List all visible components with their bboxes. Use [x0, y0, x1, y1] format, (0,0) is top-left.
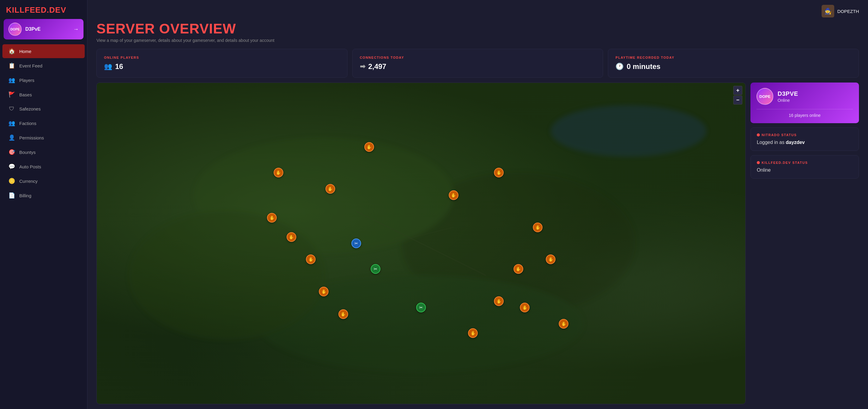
sidebar-item-label-billing: Billing — [19, 193, 31, 198]
server-highlight-status: Online — [778, 98, 798, 103]
player-marker-7[interactable]: ✋ — [338, 309, 348, 319]
svg-point-4 — [129, 211, 324, 339]
sidebar-item-label-bountys: Bountys — [19, 150, 36, 155]
player-marker-2[interactable]: ✋ — [326, 184, 335, 194]
bountys-icon: 🎯 — [8, 149, 15, 156]
main-content: 🧙 DOPEZTH SERVER OVERVIEW View a map of … — [87, 0, 868, 409]
zoom-out-button[interactable]: − — [733, 96, 742, 104]
user-name: DOPEZTH — [837, 9, 859, 14]
logo-area: KILLFEED.DEV — [0, 0, 87, 19]
stat-label-connections: CONNECTIONS TODAY — [360, 56, 596, 59]
player-marker-6[interactable]: ✋ — [319, 287, 329, 296]
nitrado-status-label: NITRADO STATUS — [757, 133, 852, 137]
stat-card-playtime: PLAYTIME RECORDED TODAY 🕐 0 minutes — [608, 49, 859, 78]
sidebar-item-permissions[interactable]: 👤Permissions — [2, 131, 85, 144]
killfeed-status-label: KILLFEED.DEV STATUS — [757, 161, 852, 165]
content-row: ✋✋✋✋✋✋✋✋✂✂✂✋✋✋✋✋✋✋✋✋ + − DOPE D3PVE Onli… — [87, 78, 868, 409]
player-marker-17[interactable]: ✋ — [546, 254, 555, 264]
sidebar-item-label-safezones: Safezones — [19, 106, 41, 111]
sidebar-nav: 🏠Home📋Event Feed👥Players🚩Bases🛡Safezones… — [0, 42, 87, 409]
sidebar-item-label-home: Home — [19, 49, 31, 54]
stat-value-online-players: 👥 16 — [104, 62, 340, 71]
event-feed-icon: 📋 — [8, 62, 15, 69]
map-background: ✋✋✋✋✋✋✋✋✂✂✂✋✋✋✋✋✋✋✋✋ — [97, 83, 745, 404]
stat-label-playtime: PLAYTIME RECORDED TODAY — [615, 56, 851, 59]
sidebar-item-billing[interactable]: 📄Billing — [2, 189, 85, 202]
server-highlight-name: D3PVE — [778, 90, 798, 97]
page-header: SERVER OVERVIEW View a map of your games… — [87, 18, 868, 49]
player-marker-3[interactable]: ✋ — [267, 213, 277, 223]
safezones-icon: 🛡 — [8, 106, 15, 112]
player-marker-19[interactable]: ✋ — [559, 319, 568, 329]
user-avatar: 🧙 — [822, 5, 834, 18]
logo-main: KILLFEED. — [6, 5, 49, 14]
server-card[interactable]: DOPE D3PvE → — [4, 19, 84, 39]
sidebar-item-bases[interactable]: 🚩Bases — [2, 88, 85, 102]
map-container: ✋✋✋✋✋✋✋✋✂✂✂✋✋✋✋✋✋✋✋✋ + − — [96, 82, 746, 404]
sidebar-item-event-feed[interactable]: 📋Event Feed — [2, 59, 85, 73]
billing-icon: 📄 — [8, 192, 15, 199]
sidebar-item-label-permissions: Permissions — [19, 135, 44, 140]
player-marker-10[interactable]: ✂ — [416, 303, 426, 312]
server-name: D3PvE — [25, 27, 70, 32]
killfeed-status-card: KILLFEED.DEV STATUS Online — [750, 155, 859, 179]
player-marker-4[interactable]: ✋ — [287, 232, 296, 242]
player-marker-5[interactable]: ✋ — [306, 254, 315, 264]
nitrado-status-dot — [757, 133, 760, 136]
nitrado-status-card: NITRADO STATUS Logged in as dayzdev — [750, 127, 859, 151]
sidebar-item-safezones[interactable]: 🛡Safezones — [2, 102, 85, 116]
player-marker-11[interactable]: ✋ — [468, 328, 478, 338]
bases-icon: 🚩 — [8, 91, 15, 98]
players-icon: 👥 — [8, 77, 15, 83]
stat-card-connections: CONNECTIONS TODAY ➡ 2,497 — [352, 49, 603, 78]
server-highlight-info: D3PVE Online — [778, 90, 798, 103]
sidebar-item-home[interactable]: 🏠Home — [2, 44, 85, 58]
player-marker-8[interactable]: ✂ — [371, 264, 380, 274]
sidebar-item-factions[interactable]: 👥Factions — [2, 116, 85, 130]
logo: KILLFEED.DEV — [6, 5, 81, 15]
sidebar-item-label-players: Players — [19, 78, 34, 83]
player-marker-14[interactable]: ✋ — [533, 223, 542, 232]
player-marker-12[interactable]: ✋ — [494, 296, 504, 306]
server-avatar: DOPE — [8, 23, 22, 36]
auto-posts-icon: 💬 — [8, 163, 15, 170]
connections-icon: ➡ — [360, 63, 365, 70]
factions-icon: 👥 — [8, 120, 15, 127]
sidebar-item-players[interactable]: 👥Players — [2, 73, 85, 87]
svg-point-0 — [551, 105, 706, 157]
player-marker-18[interactable]: ✋ — [520, 303, 530, 312]
sidebar-item-auto-posts[interactable]: 💬Auto Posts — [2, 160, 85, 173]
top-bar: 🧙 DOPEZTH — [87, 0, 868, 18]
player-marker-16[interactable]: ✋ — [494, 168, 504, 177]
right-panel: DOPE D3PVE Online 16 players online NITR… — [750, 82, 859, 404]
page-subtitle: View a map of your gameserver, details a… — [96, 38, 859, 43]
stats-row: ONLINE PLAYERS 👥 16 CONNECTIONS TODAY ➡ … — [87, 49, 868, 78]
sidebar: KILLFEED.DEV DOPE D3PvE → 🏠Home📋Event Fe… — [0, 0, 87, 409]
sidebar-item-label-currency: Currency — [19, 179, 38, 184]
players-icon: 👥 — [104, 63, 112, 70]
zoom-in-button[interactable]: + — [733, 86, 742, 95]
sidebar-item-bountys[interactable]: 🎯Bountys — [2, 145, 85, 159]
server-arrow-icon: → — [73, 26, 79, 33]
sidebar-item-currency[interactable]: 🪙Currency — [2, 174, 85, 188]
player-marker-1[interactable]: ✋ — [364, 142, 374, 152]
permissions-icon: 👤 — [8, 134, 15, 141]
map-controls: + − — [733, 86, 742, 104]
sidebar-item-label-event-feed: Event Feed — [19, 63, 42, 68]
killfeed-status-dot — [757, 161, 760, 164]
user-info: 🧙 DOPEZTH — [822, 5, 859, 18]
home-icon: 🏠 — [8, 48, 15, 55]
player-marker-9[interactable]: ✂ — [351, 239, 361, 248]
stat-value-connections: ➡ 2,497 — [360, 62, 596, 71]
player-marker-13[interactable]: ✋ — [514, 264, 523, 274]
stat-label-online-players: ONLINE PLAYERS — [104, 56, 340, 59]
killfeed-status-value: Online — [757, 167, 852, 173]
player-marker-15[interactable]: ✋ — [449, 190, 458, 200]
currency-icon: 🪙 — [8, 178, 15, 184]
stat-value-playtime: 🕐 0 minutes — [615, 62, 851, 71]
sidebar-item-label-bases: Bases — [19, 92, 32, 97]
server-highlight-card: DOPE D3PVE Online 16 players online — [750, 82, 859, 123]
server-highlight-inner: DOPE D3PVE Online — [756, 88, 853, 105]
playtime-icon: 🕐 — [615, 63, 624, 70]
player-marker-0[interactable]: ✋ — [274, 168, 283, 177]
